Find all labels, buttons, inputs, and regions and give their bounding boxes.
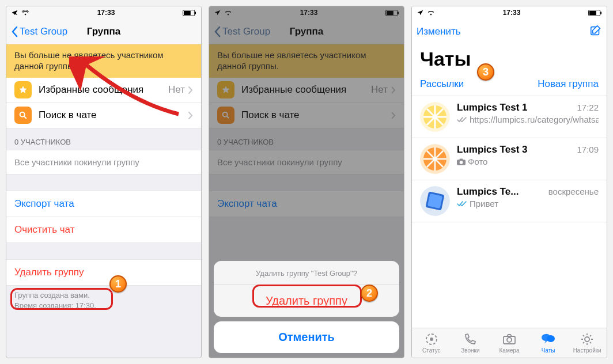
camera-icon (502, 332, 517, 346)
svg-rect-1 (184, 10, 191, 14)
chats-big-title: Чаты (412, 44, 607, 74)
broadcasts-link[interactable]: Рассылки (420, 78, 464, 90)
chats-subnav: Рассылки Новая группа (412, 74, 607, 96)
export-chat-button[interactable]: Экспорт чата (6, 191, 201, 217)
svg-rect-9 (589, 10, 596, 14)
battery-icon (588, 10, 602, 16)
tab-bar: Статус Звонки Камера Чаты Настройки (412, 328, 607, 358)
battery-icon (183, 10, 196, 16)
status-icon (424, 332, 439, 346)
chat-message: Привет (470, 199, 498, 210)
search-icon (14, 107, 32, 124)
chat-name: Lumpics Te... (457, 186, 519, 198)
screenshot-2-action-sheet: 17:33 Test Group Группа Вы больше не явл… (209, 6, 404, 358)
chat-time: 17:09 (577, 145, 599, 154)
starred-messages-row[interactable]: Избранные сообщения Нет (6, 78, 201, 103)
airplane-mode-icon (11, 9, 18, 17)
chevron-left-icon (11, 26, 18, 37)
svg-point-18 (460, 161, 463, 165)
participants-empty: Все участники покинули группу (6, 150, 201, 175)
chat-time: воскресенье (548, 187, 599, 196)
tab-camera[interactable]: Камера (490, 328, 529, 358)
nav-bar: Изменить (412, 19, 607, 44)
chevron-right-icon (188, 112, 193, 119)
not-participant-banner: Вы больше не являетесь участником данной… (6, 44, 201, 78)
new-group-link[interactable]: Новая группа (538, 78, 599, 90)
svg-point-26 (547, 335, 555, 342)
avatar (420, 144, 450, 174)
wifi-icon (21, 10, 29, 16)
camera-icon (457, 158, 466, 165)
status-time: 17:33 (97, 9, 115, 17)
chevron-right-icon (188, 86, 193, 94)
participants-header: 0 УЧАСТНИКОВ (6, 128, 201, 150)
star-icon (14, 81, 32, 98)
chat-time: 17:22 (577, 103, 599, 112)
status-time: 17:33 (503, 9, 521, 17)
chat-row[interactable]: Lumpics Test 317:09 Фото (412, 138, 607, 180)
status-bar: 17:33 (6, 6, 201, 19)
screenshot-3-chats-list: 17:33 Изменить Чаты Рассылки Новая групп… (411, 6, 607, 358)
svg-point-23 (430, 338, 433, 341)
delete-group-button[interactable]: Удалить группу (6, 259, 201, 286)
chats-icon (541, 332, 556, 346)
step-badge-3: 3 (477, 63, 494, 81)
svg-point-27 (585, 337, 589, 342)
tab-calls[interactable]: Звонки (451, 328, 490, 358)
delivered-ticks-icon (457, 116, 467, 123)
wifi-icon (427, 10, 435, 16)
svg-point-25 (507, 338, 512, 342)
compose-icon (589, 24, 602, 37)
avatar (420, 186, 450, 216)
sheet-cancel-button[interactable]: Отменить (214, 321, 399, 353)
chat-name: Lumpics Test 1 (457, 102, 528, 113)
chat-message: https://lumpics.ru/category/whatsapp (470, 115, 599, 126)
nav-bar: Test Group Группа (6, 19, 201, 44)
back-button[interactable]: Test Group (11, 26, 67, 37)
action-sheet: Удалить группу "Test Group"? Удалить гру… (214, 261, 399, 353)
svg-rect-2 (195, 12, 196, 14)
status-bar: 17:33 (412, 6, 607, 19)
gear-icon (580, 332, 595, 346)
starred-label: Избранные сообщения (39, 84, 143, 96)
svg-rect-10 (600, 12, 601, 14)
step-badge-1: 1 (109, 275, 127, 293)
svg-rect-17 (460, 159, 463, 161)
chat-row[interactable]: Lumpics Test 117:22 https://lumpics.ru/c… (412, 96, 607, 138)
tab-chats[interactable]: Чаты (529, 328, 568, 358)
chat-message: Фото (468, 157, 487, 168)
starred-value: Нет (168, 84, 185, 96)
compose-button[interactable] (589, 24, 602, 39)
search-chat-row[interactable]: Поиск в чате (6, 103, 201, 128)
group-footer-note: Группа создана вами. Время создания: 17:… (6, 286, 201, 316)
tab-settings[interactable]: Настройки (567, 328, 607, 358)
phone-icon (463, 332, 478, 346)
chat-name: Lumpics Test 3 (457, 144, 528, 156)
avatar (420, 102, 450, 132)
clear-chat-button[interactable]: Очистить чат (6, 217, 201, 243)
airplane-mode-icon (417, 9, 424, 17)
svg-rect-21 (427, 194, 442, 208)
read-ticks-icon (457, 200, 467, 207)
back-label: Test Group (20, 26, 67, 37)
search-label: Поиск в чате (39, 109, 97, 121)
step-badge-2: 2 (361, 285, 378, 302)
edit-button[interactable]: Изменить (417, 26, 461, 37)
tab-status[interactable]: Статус (412, 328, 451, 358)
screenshot-1-group-info: 17:33 Test Group Группа Вы больше не явл… (6, 6, 202, 358)
sheet-title: Удалить группу "Test Group"? (214, 261, 399, 285)
chat-row[interactable]: Lumpics Te...воскресенье Привет (412, 180, 607, 222)
